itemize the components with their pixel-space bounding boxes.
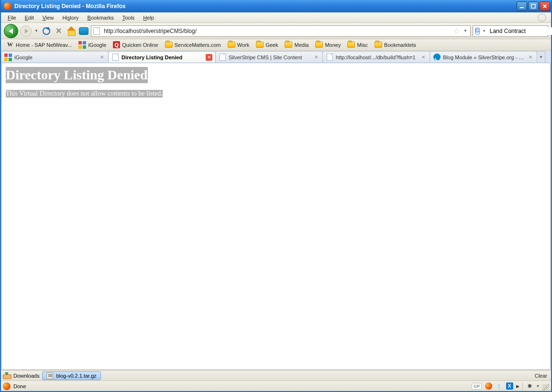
- search-box[interactable]: G ▼: [473, 25, 548, 37]
- clear-downloads-button[interactable]: Clear: [533, 372, 549, 379]
- page-icon: [220, 54, 226, 61]
- tab-label: Directory Listing Denied: [121, 54, 203, 60]
- tab-close-icon[interactable]: ✕: [206, 54, 212, 61]
- bookmark-bookmarklets[interactable]: Bookmarklets: [372, 41, 419, 49]
- tab-silverstripe-cms[interactable]: SilverStripe CMS | Site Content ✕: [215, 51, 323, 63]
- forward-button[interactable]: [20, 25, 32, 37]
- stop-button[interactable]: ✕: [54, 26, 64, 36]
- tab-close-icon[interactable]: ✕: [420, 54, 427, 61]
- firefox-icon: [4, 2, 11, 10]
- folder-icon: [228, 42, 235, 48]
- menu-bookmarks[interactable]: Bookmarks: [84, 14, 118, 22]
- download-bar: Downloads blog-v0.2.1.tar.gz Clear: [1, 370, 551, 381]
- bookmark-star-icon[interactable]: ☆: [453, 27, 460, 35]
- tab-label: iGoogle: [14, 54, 96, 60]
- bookmark-media[interactable]: Media: [282, 41, 311, 49]
- status-bar: Done GP t X ▶ ✸ ▼: [1, 381, 551, 391]
- downloads-label[interactable]: Downloads: [13, 373, 39, 379]
- tabs-overflow-dropdown[interactable]: ▼: [537, 51, 545, 63]
- menubar: File Edit View History Bookmarks Tools H…: [1, 12, 551, 23]
- bookmark-work[interactable]: Work: [225, 41, 252, 49]
- tab-label: SilverStripe CMS | Site Content: [229, 54, 310, 60]
- svg-rect-0: [520, 7, 524, 8]
- firebug-icon[interactable]: ✸: [526, 382, 533, 390]
- downloads-icon[interactable]: [3, 372, 11, 379]
- nav-toolbar: ▼ ✕ ☆ ▼ G ▼: [1, 23, 551, 39]
- status-arrow-icon[interactable]: ▶: [516, 384, 519, 389]
- site-identity-icon[interactable]: [93, 27, 100, 35]
- tab-label: http://localhost/.../db/build?flush=1: [336, 54, 418, 60]
- menu-history[interactable]: History: [58, 14, 82, 22]
- history-dropdown[interactable]: ▼: [33, 29, 39, 33]
- resize-grip[interactable]: [542, 384, 549, 391]
- menu-file[interactable]: File: [4, 14, 20, 22]
- status-dropdown-icon[interactable]: ▼: [536, 384, 540, 388]
- tab-strip: iGoogle ✕ Directory Listing Denied ✕ Sil…: [1, 51, 551, 63]
- status-text: Done: [13, 383, 26, 389]
- folder-icon: [285, 42, 292, 48]
- menu-edit[interactable]: Edit: [21, 14, 38, 22]
- page-heading: Directory Listing Denied: [6, 67, 148, 83]
- download-filename: blog-v0.2.1.tar.gz: [56, 373, 96, 379]
- stop-icon: ✕: [55, 26, 62, 35]
- window-close-button[interactable]: [540, 1, 550, 11]
- back-button[interactable]: [4, 24, 18, 38]
- bookmark-label: Misc: [357, 42, 368, 48]
- bookmark-label: Bookmarklets: [384, 42, 416, 48]
- tab-directory-listing[interactable]: Directory Listing Denied ✕: [108, 51, 216, 63]
- download-item[interactable]: blog-v0.2.1.tar.gz: [42, 371, 100, 380]
- bookmark-quicken[interactable]: Q Quicken Online: [110, 40, 160, 49]
- tab-close-icon[interactable]: ✕: [313, 54, 320, 61]
- tab-localhost-db[interactable]: http://localhost/.../db/build?flush=1 ✕: [322, 51, 430, 63]
- menu-tools[interactable]: Tools: [119, 14, 139, 22]
- page-icon: [112, 54, 119, 61]
- google-engine-icon[interactable]: G: [475, 28, 480, 34]
- tab-close-icon[interactable]: ✕: [99, 54, 105, 61]
- search-input[interactable]: [489, 27, 552, 35]
- divider: [522, 383, 523, 390]
- svg-line-3: [543, 5, 546, 8]
- tab-close-icon[interactable]: ✕: [527, 54, 534, 61]
- bookmark-misc[interactable]: Misc: [345, 41, 370, 49]
- home-icon: [67, 27, 76, 35]
- bookmark-servicematters[interactable]: ServiceMatters.com: [163, 41, 223, 49]
- firefox-small-icon[interactable]: [485, 382, 492, 390]
- titlebar[interactable]: Directory Listing Denied - Mozilla Firef…: [1, 0, 551, 12]
- bookmark-sap[interactable]: W Home - SAP NetWeav...: [4, 40, 74, 50]
- twitter-icon[interactable]: t: [495, 382, 503, 390]
- folder-icon: [256, 42, 264, 48]
- gp-badge[interactable]: GP: [472, 383, 482, 390]
- silverstripe-favicon: [433, 54, 441, 61]
- bookmark-igoogle[interactable]: iGoogle: [76, 40, 109, 50]
- bookmark-label: Media: [294, 42, 309, 48]
- menu-help[interactable]: Help: [139, 14, 158, 22]
- bookmark-geek[interactable]: Geek: [254, 41, 280, 49]
- tab-igoogle[interactable]: iGoogle ✕: [1, 51, 109, 63]
- bookmark-label: Work: [237, 42, 249, 48]
- page-icon: [327, 54, 333, 61]
- svg-line-2: [543, 5, 546, 8]
- extension-button[interactable]: [78, 26, 89, 36]
- window-title: Directory Listing Denied - Mozilla Firef…: [14, 3, 517, 10]
- url-dropdown[interactable]: ▼: [463, 29, 468, 33]
- svg-rect-1: [531, 4, 535, 8]
- minimize-button[interactable]: [517, 1, 527, 11]
- url-input[interactable]: [103, 27, 451, 35]
- bookmark-money[interactable]: Money: [313, 41, 343, 49]
- reload-icon: [43, 27, 50, 35]
- url-bar[interactable]: ☆ ▼: [91, 25, 471, 37]
- home-button[interactable]: [66, 26, 77, 36]
- bookmark-label: Money: [325, 42, 341, 48]
- firefox-status-icon[interactable]: [3, 382, 11, 390]
- tab-blog-module[interactable]: Blog Module » SilverStripe.org - O... ✕: [430, 51, 537, 63]
- maximize-button[interactable]: [528, 1, 539, 11]
- google-favicon: [78, 41, 86, 49]
- page-content[interactable]: Directory Listing Denied This Virtual Di…: [1, 63, 551, 370]
- reload-button[interactable]: [41, 26, 52, 36]
- folder-icon: [165, 42, 173, 48]
- menu-view[interactable]: View: [39, 14, 58, 22]
- x-badge-icon[interactable]: X: [506, 382, 513, 390]
- bookmark-label: Home - SAP NetWeav...: [16, 42, 72, 48]
- search-engine-dropdown[interactable]: ▼: [482, 29, 487, 33]
- folder-icon: [315, 42, 323, 48]
